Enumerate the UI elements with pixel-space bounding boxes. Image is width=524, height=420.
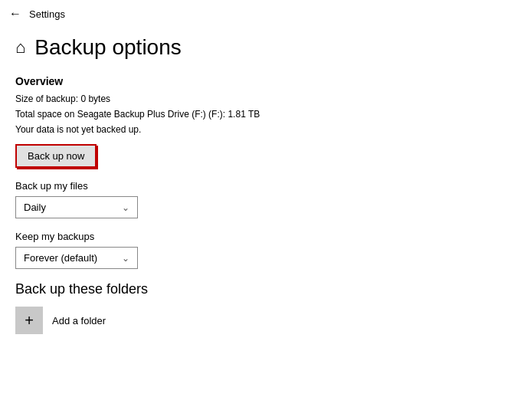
main-content: ⌂ Backup options Overview Size of backup… xyxy=(0,28,524,420)
keep-backups-label: Keep my backups xyxy=(15,231,509,242)
total-space: Total space on Seagate Backup Plus Drive… xyxy=(15,107,509,121)
backup-now-button[interactable]: Back up now xyxy=(15,144,97,168)
add-folder-button[interactable]: + xyxy=(15,307,43,334)
backup-frequency-label: Back up my files xyxy=(15,180,509,192)
page-title: Backup options xyxy=(34,35,181,60)
backup-frequency-section: Back up my files Daily ⌄ xyxy=(15,180,509,218)
home-icon: ⌂ xyxy=(15,38,25,57)
backup-status: Your data is not yet backed up. xyxy=(15,123,509,136)
overview-section: Overview Size of backup: 0 bytes Total s… xyxy=(15,75,509,168)
add-folder-label: Add a folder xyxy=(52,315,106,326)
keep-backups-value: Forever (default) xyxy=(24,252,97,264)
keep-backups-dropdown[interactable]: Forever (default) ⌄ xyxy=(15,247,138,269)
backup-frequency-dropdown[interactable]: Daily ⌄ xyxy=(15,196,138,218)
size-of-backup: Size of backup: 0 bytes xyxy=(15,92,509,106)
folders-title: Back up these folders xyxy=(15,281,509,297)
title-bar: ← Settings xyxy=(0,0,524,28)
backup-frequency-value: Daily xyxy=(24,202,46,213)
page-header: ⌂ Backup options xyxy=(15,35,509,60)
chevron-down-icon: ⌄ xyxy=(122,202,129,213)
add-folder-row: + Add a folder xyxy=(15,307,509,334)
overview-title: Overview xyxy=(15,75,509,87)
back-button[interactable]: ← xyxy=(9,7,21,21)
folders-section: Back up these folders + Add a folder xyxy=(15,281,509,334)
keep-backups-section: Keep my backups Forever (default) ⌄ xyxy=(15,231,509,269)
chevron-down-icon: ⌄ xyxy=(122,253,129,264)
title-bar-text: Settings xyxy=(29,8,65,20)
